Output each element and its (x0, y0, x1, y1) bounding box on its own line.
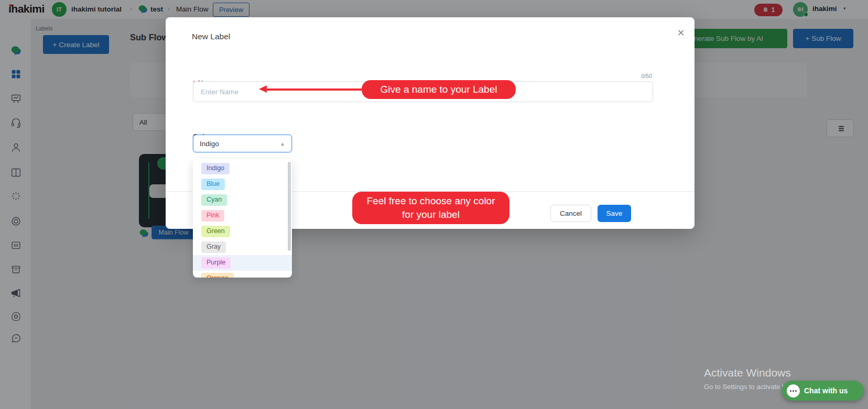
color-option-green[interactable]: Green (193, 224, 292, 239)
annotation-name-tip: Give a name to your Label (362, 80, 516, 99)
color-chip: Purple (201, 257, 231, 269)
color-chip: Pink (201, 210, 224, 222)
color-chip: Green (201, 226, 230, 237)
cancel-button[interactable]: Cancel (550, 205, 591, 222)
dropdown-scrollbar[interactable] (288, 162, 291, 251)
windows-watermark-title: Activate Windows (704, 367, 791, 379)
color-option-gray[interactable]: Gray (193, 239, 292, 255)
color-option-pink[interactable]: Pink (193, 208, 292, 224)
color-chip: Indigo (201, 163, 230, 174)
color-options-list: IndigoBlueCyanPinkGreenGrayPurpleOrange (193, 161, 292, 278)
chevron-up-icon: ▲ (280, 141, 285, 147)
color-chip: Cyan (201, 194, 227, 206)
color-option-orange[interactable]: Orange (193, 271, 292, 278)
color-chip: Gray (201, 241, 226, 253)
chat-with-us-button[interactable]: Chat with us (782, 381, 864, 401)
app-canvas: ihakimi IT ihakimi tutorial › test › Mai… (0, 0, 868, 409)
modal-close-icon[interactable]: ✕ (672, 25, 689, 41)
save-button[interactable]: Save (598, 205, 631, 222)
color-option-purple[interactable]: Purple (193, 255, 292, 271)
char-counter: 0/50 (642, 73, 652, 79)
chat-widget-icon (787, 384, 800, 397)
color-option-cyan[interactable]: Cyan (193, 192, 292, 208)
chat-widget-label: Chat with us (804, 386, 848, 395)
annotation-color-tip: Feel free to choose any color for your l… (352, 192, 509, 224)
color-option-indigo[interactable]: Indigo (193, 161, 292, 176)
color-dropdown: IndigoBlueCyanPinkGreenGrayPurpleOrange (193, 159, 292, 278)
color-chip: Blue (201, 179, 225, 190)
color-select[interactable]: Indigo ▲ (193, 135, 292, 152)
modal-title: New Label (192, 32, 230, 41)
color-select-value: Indigo (200, 140, 219, 148)
annotation-arrow-head (259, 85, 267, 93)
color-chip: Orange (201, 273, 234, 278)
annotation-arrow (266, 89, 363, 91)
color-option-blue[interactable]: Blue (193, 176, 292, 192)
